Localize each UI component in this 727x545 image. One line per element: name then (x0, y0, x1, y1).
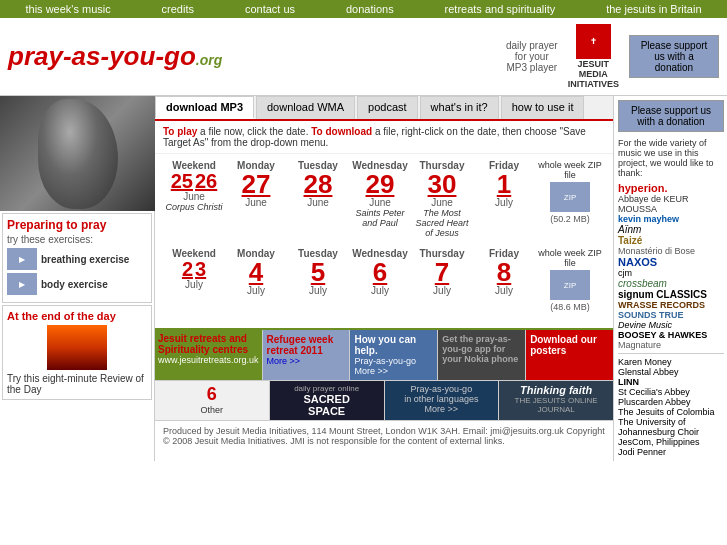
day-number-7[interactable]: 7 (413, 259, 471, 285)
other-number: 6 (207, 384, 217, 404)
nav-contact[interactable]: contact us (245, 3, 295, 15)
day-number-5[interactable]: 5 (289, 259, 347, 285)
person-silhouette (38, 99, 118, 209)
tab-whats-in-it[interactable]: what's in it? (420, 96, 499, 119)
center-content: download MP3 download WMA podcast what's… (155, 96, 613, 461)
breathing-label: breathing exercise (41, 254, 129, 265)
day-25[interactable]: 25 (171, 171, 193, 191)
day-cell-fri-1: Friday 1 July (473, 158, 535, 210)
day-26[interactable]: 26 (195, 171, 217, 191)
tab-how-to-use[interactable]: how to use it (501, 96, 585, 119)
banner-retreats-title: Jesuit retreats and Spirituality centres (158, 333, 259, 355)
banner-refugee-link[interactable]: More >> (267, 356, 301, 366)
day-cell-mon-27: Monday 27 June (225, 158, 287, 210)
zip-download-1[interactable]: ZIP (550, 182, 590, 212)
end-of-day-title: At the end of the day (7, 310, 147, 322)
breathing-exercise[interactable]: ▶ breathing exercise (7, 248, 147, 270)
day-number-1[interactable]: 1 (475, 171, 533, 197)
zip-label-1: whole week ZIP file (537, 160, 603, 180)
day-month-4: July (227, 285, 285, 296)
day-cell-tue-28: Tuesday 28 June (287, 158, 349, 210)
donate-button[interactable]: Please support us with a donation (629, 35, 719, 78)
weekend-cell-1: Weekend 25 26 June Corpus Christi (163, 158, 225, 214)
weekend-numbers-2: 2 3 (182, 259, 206, 279)
footer-banner-other[interactable]: 6 Other (155, 381, 270, 420)
day-month-5: July (289, 285, 347, 296)
sponsor-sounds-true: SOUNDS TRUE (618, 310, 724, 320)
day-number-28[interactable]: 28 (289, 171, 347, 197)
day-month-8: July (475, 285, 533, 296)
sponsor-devine: Devine Music (618, 320, 724, 330)
play-instruction-text: a file now, click the date. (200, 126, 311, 137)
sponsor-taize: Taizé (618, 235, 724, 246)
sponsor-keur: Abbaye de KEUR MOUSSA (618, 194, 724, 214)
day-number-30[interactable]: 30 (413, 171, 471, 197)
day-number-8[interactable]: 8 (475, 259, 533, 285)
jesuit-name: JESUIT MEDIA INITIATIVES (568, 59, 619, 89)
day-cell-thu-30: Thursday 30 June The Most Sacred Heart o… (411, 158, 473, 240)
tab-download-wma[interactable]: download WMA (256, 96, 355, 119)
weekend-month-1: June (183, 191, 205, 202)
footer-banners: 6 Other daily prayer online SACREDSPACE … (155, 380, 613, 420)
nav-retreats[interactable]: retreats and spirituality (445, 3, 556, 15)
sponsor-jodi: Jodi Penner (618, 447, 724, 457)
zip-download-2[interactable]: ZIP (550, 270, 590, 300)
weekend-cell-2: Weekend 2 3 July (163, 246, 225, 292)
feast-thu-30: The Most Sacred Heart of Jesus (413, 208, 471, 238)
nav-credits[interactable]: credits (162, 3, 194, 15)
bottom-banners: Jesuit retreats and Spirituality centres… (155, 328, 613, 380)
site-tagline: daily prayer for your MP3 player (506, 40, 558, 73)
zip-cell-2: whole week ZIP file ZIP (48.6 MB) (535, 246, 605, 314)
nav-jesuits[interactable]: the jesuits in Britain (606, 3, 701, 15)
right-sidebar: Please support us with a donation For th… (613, 96, 727, 461)
sponsor-karen: Karen Money (618, 357, 724, 367)
tab-download-mp3[interactable]: download MP3 (155, 96, 254, 119)
logo-text: pray-as-you-go (8, 41, 196, 71)
sponsor-colombia: The Jesuits of Colombia (618, 407, 724, 417)
calendar-section: Weekend 25 26 June Corpus Christi Monday… (155, 154, 613, 324)
zip-cell-1: whole week ZIP file ZIP (50.2 MB) (535, 158, 605, 226)
body-label: body exercise (41, 279, 108, 290)
day-2[interactable]: 2 (182, 259, 193, 279)
day-cell-mon-4: Monday 4 July (225, 246, 287, 298)
day-number-6[interactable]: 6 (351, 259, 409, 285)
other-label: Other (201, 405, 224, 415)
instructions: To play a file now, click the date. To d… (155, 121, 613, 154)
sponsor-monastero: Monastério di Bose (618, 246, 724, 256)
footer-banner-sacred[interactable]: daily prayer online SACREDSPACE (270, 381, 385, 420)
body-exercise[interactable]: ▶ body exercise (7, 273, 147, 295)
site-header: pray-as-you-go.org daily prayer for your… (0, 18, 727, 96)
day-month-6: July (351, 285, 409, 296)
download-instruction-keyword: To download (311, 126, 372, 137)
zip-label-2: whole week ZIP file (537, 248, 603, 268)
main-container: Preparing to pray try these exercises: ▶… (0, 96, 727, 461)
tab-podcast[interactable]: podcast (357, 96, 418, 119)
support-box[interactable]: Please support us with a donation (618, 100, 724, 132)
day-number-4[interactable]: 4 (227, 259, 285, 285)
day-3[interactable]: 3 (195, 259, 206, 279)
banner-help-body: Pray-as-you-go More >> (354, 356, 433, 376)
zip-size-1: (50.2 MB) (537, 214, 603, 224)
weekend-label-2: Weekend (172, 248, 216, 259)
play-instruction-keyword: To play (163, 126, 197, 137)
corpus-christi-feast: Corpus Christi (165, 202, 222, 212)
footer-banner-thinking[interactable]: Thinking faith THE JESUITS ONLINE JOURNA… (499, 381, 613, 420)
week-row-2: Weekend 2 3 July Monday 4 July Tuesday 5 (163, 246, 605, 314)
day-number-29[interactable]: 29 (351, 171, 409, 197)
banner-retreats-link[interactable]: www.jesuitretreats.org.uk (158, 355, 259, 365)
preparing-section: Preparing to pray try these exercises: ▶… (2, 213, 152, 303)
nav-music[interactable]: this week's music (25, 3, 110, 15)
day-cell-wed-29: Wednesday 29 June Saints Peter and Paul (349, 158, 411, 230)
sponsor-boosey: BOOSEY & HAWKES (618, 330, 724, 340)
day-number-27[interactable]: 27 (227, 171, 285, 197)
banner-app: Get the pray-as-you-go app for your Noki… (438, 330, 526, 380)
weekend-month-2: July (185, 279, 203, 290)
sponsor-naxos: NAXOS (618, 256, 724, 268)
end-of-day-description: Try this eight-minute Review of the Day (7, 373, 147, 395)
nav-donations[interactable]: donations (346, 3, 394, 15)
sponsor-johannesburg: The University of Johannesburg Choir (618, 417, 724, 437)
day-cell-tue-5: Tuesday 5 July (287, 246, 349, 298)
day-month-28: June (289, 197, 347, 208)
footer-banner-languages[interactable]: Pray-as-you-goin other languagesMore >> (385, 381, 500, 420)
sponsor-jescom: JesCom, Philippines (618, 437, 724, 447)
